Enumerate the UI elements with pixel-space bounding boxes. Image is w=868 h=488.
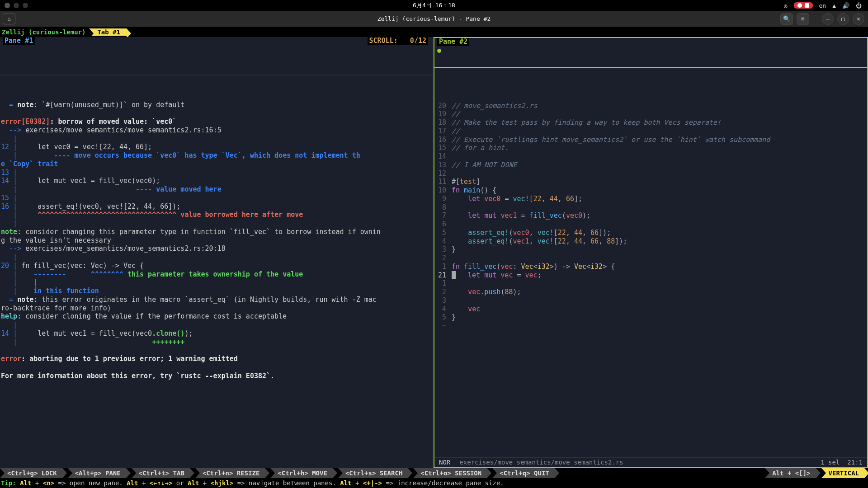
input-language[interactable]: en xyxy=(819,2,826,9)
tip-key: Alt xyxy=(188,479,199,487)
zellij-keybar: <Ctrl+g> LOCK <Alt+p> PANE <Ctrl+t> TAB … xyxy=(0,468,868,478)
kb-move[interactable]: <Ctrl+h> MOVE xyxy=(270,468,333,478)
kb-quit[interactable]: <Ctrl+q> QUIT xyxy=(492,468,555,478)
traffic-lights xyxy=(0,3,28,8)
screen-record-indicator[interactable] xyxy=(794,2,813,9)
editor-file-path: exercises/move_semantics/move_semantics2… xyxy=(459,459,623,467)
window-titlebar: ⌂ Zellij (curious-lemur) - Pane #2 🔍 ≡ —… xyxy=(0,11,868,27)
tip-key: Alt xyxy=(340,479,351,487)
maximize-button[interactable]: ▢ xyxy=(837,13,849,25)
search-button[interactable]: 🔍 xyxy=(780,13,793,25)
tip-key: <←↑↓→> xyxy=(150,479,173,487)
tip-key: <hjkl> xyxy=(211,479,234,487)
kb-tab[interactable]: <Ctrl+t> TAB xyxy=(132,468,190,478)
tip-key: <+|-> xyxy=(363,479,382,487)
zellij-tipbar: Tip: Alt + <n> => open new pane. Alt + <… xyxy=(0,478,868,488)
kb-lock[interactable]: <Ctrl+g> LOCK xyxy=(0,468,62,478)
selection-count: 1 sel xyxy=(821,459,840,466)
clock: 6月4日 16：18 xyxy=(413,1,455,9)
zellij-tabbar: Zellij (curious-lemur) Tab #1 xyxy=(0,27,868,37)
editor-statusline: NOR exercises/move_semantics/move_semant… xyxy=(434,457,867,467)
scroll-indicator: SCROLL: 0/12 xyxy=(368,37,428,45)
tip-label: Tip: xyxy=(1,479,16,487)
hamburger-menu-button[interactable]: ≡ xyxy=(797,13,809,25)
tip-key: Alt xyxy=(16,479,32,487)
volume-icon[interactable]: 🔊 xyxy=(842,2,849,9)
kb-session[interactable]: <Ctrl+o> SESSION xyxy=(413,468,487,478)
kb-search[interactable]: <Ctrl+s> SEARCH xyxy=(338,468,408,478)
traffic-dot xyxy=(23,3,28,8)
tray-icon[interactable]: ◎ xyxy=(784,2,788,9)
power-icon[interactable]: ⏻ xyxy=(856,2,862,9)
window-title: Zellij (curious-lemur) - Pane #2 xyxy=(377,15,491,22)
pane-2-title: Pane #2 xyxy=(437,38,469,46)
pane-2[interactable]: Pane #2 ● 20// move_semantics2.rs19//18/… xyxy=(434,37,868,468)
kb-alt-brackets[interactable]: Alt + <[]> xyxy=(765,468,816,478)
tip-key: Alt xyxy=(127,479,138,487)
git-gutter-add-icon: ● xyxy=(437,46,441,55)
os-menubar: 6月4日 16：18 ◎ en ▲ 🔊 ⏻ xyxy=(0,0,868,11)
kb-pane[interactable]: <Alt+p> PANE xyxy=(68,468,126,478)
close-button[interactable]: ✕ xyxy=(853,13,864,25)
pane-1[interactable]: Pane #1 SCROLL: 0/12 = note: `#[warn(unu… xyxy=(0,37,434,468)
editor-mode: NOR xyxy=(439,459,450,467)
cursor-position: 21:1 xyxy=(847,459,863,466)
system-tray: ◎ en ▲ 🔊 ⏻ xyxy=(784,2,868,9)
minimize-button[interactable]: — xyxy=(822,13,834,25)
kb-split-vertical[interactable]: VERTICAL xyxy=(821,468,864,478)
terminal-icon[interactable]: ⌂ xyxy=(3,14,15,24)
pane-1-title: Pane #1 xyxy=(3,37,35,45)
pane-container: Pane #1 SCROLL: 0/12 = note: `#[warn(unu… xyxy=(0,37,868,468)
traffic-dot xyxy=(5,3,10,8)
tip-key: <n> xyxy=(43,479,54,487)
kb-resize[interactable]: <Ctrl+n> RESIZE xyxy=(195,468,265,478)
tab-1[interactable]: Tab #1 xyxy=(89,28,127,36)
session-name: Zellij (curious-lemur) xyxy=(0,28,87,36)
wifi-icon[interactable]: ▲ xyxy=(832,2,836,9)
traffic-dot xyxy=(14,3,19,8)
